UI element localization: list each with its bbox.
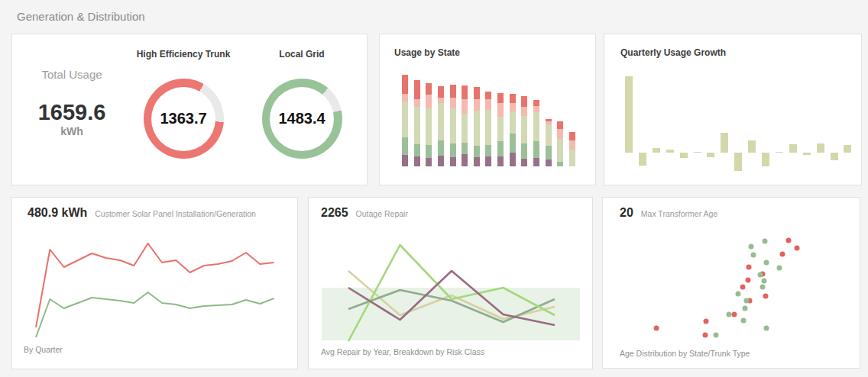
growth-bar[interactable]: [762, 153, 769, 166]
growth-bar[interactable]: [817, 143, 824, 153]
stacked-bar[interactable]: [485, 92, 491, 166]
total-usage-unit: kWh: [18, 125, 125, 137]
stacked-bar[interactable]: [546, 119, 552, 166]
scatter-point[interactable]: [763, 239, 768, 244]
total-usage-kpi: Total Usage 1659.6 kWh: [18, 68, 125, 137]
scatter-point[interactable]: [746, 278, 751, 283]
page-title: Generation & Distribution: [17, 10, 145, 23]
growth-bar[interactable]: [625, 76, 633, 153]
scatter-point[interactable]: [764, 260, 769, 266]
scatter-point[interactable]: [795, 246, 800, 251]
growth-bar[interactable]: [734, 153, 742, 171]
panel-solar-generation: 480.9 kWh Customer Solar Panel Installat…: [11, 197, 298, 369]
diverging-bar-chart[interactable]: [604, 34, 861, 185]
stacked-bar[interactable]: [569, 132, 575, 166]
growth-bar[interactable]: [721, 133, 728, 153]
scatter-point[interactable]: [714, 333, 719, 338]
stacked-bar[interactable]: [521, 96, 527, 166]
growth-bar[interactable]: [776, 152, 783, 153]
scatter-point[interactable]: [777, 266, 782, 271]
gauge-title: High Efficiency Trunk: [130, 49, 237, 60]
growth-bar[interactable]: [789, 144, 797, 153]
stacked-bar[interactable]: [414, 80, 420, 166]
scatter-point[interactable]: [758, 272, 763, 278]
growth-bar[interactable]: [831, 153, 838, 160]
scatter-point[interactable]: [740, 285, 746, 290]
growth-bar[interactable]: [680, 153, 688, 158]
scatter-point[interactable]: [751, 253, 756, 258]
stacked-bar[interactable]: [438, 86, 444, 166]
scatter-point[interactable]: [747, 265, 752, 270]
growth-bar[interactable]: [639, 153, 646, 166]
total-usage-label: Total Usage: [18, 68, 125, 81]
stacked-bar[interactable]: [510, 94, 516, 166]
scatter-point[interactable]: [744, 298, 750, 304]
scatter-point[interactable]: [762, 279, 767, 284]
panel-quarterly-usage-growth: Quarterly Usage Growth: [604, 34, 862, 185]
gauge-title: Local Grid: [248, 49, 355, 60]
scatter-point[interactable]: [749, 244, 754, 250]
stacked-bar[interactable]: [402, 75, 408, 166]
total-usage-value: 1659.6: [18, 101, 125, 124]
scatter-point[interactable]: [654, 326, 659, 331]
scatter-point[interactable]: [732, 312, 737, 317]
solar-line-chart[interactable]: [12, 198, 297, 369]
stacked-bar-chart[interactable]: [380, 34, 595, 185]
solar-footer: By Quarter: [24, 345, 63, 354]
growth-bar[interactable]: [694, 152, 701, 153]
stacked-bar[interactable]: [462, 85, 468, 166]
gauge-high-efficiency-trunk: High Efficiency Trunk 1363.7: [130, 49, 237, 159]
scatter-point[interactable]: [736, 292, 741, 297]
growth-bar[interactable]: [803, 153, 811, 155]
scatter-point[interactable]: [764, 326, 769, 331]
gauge-local-grid: Local Grid 1483.4: [248, 49, 355, 159]
scatter-point[interactable]: [760, 285, 766, 290]
stacked-bar[interactable]: [533, 100, 539, 166]
stacked-bar[interactable]: [450, 85, 456, 166]
scatter-point[interactable]: [727, 312, 732, 317]
growth-bar[interactable]: [844, 145, 851, 153]
outage-footer: Avg Repair by Year, Breakdown by Risk Cl…: [321, 347, 484, 356]
growth-bar[interactable]: [653, 148, 660, 153]
stacked-bar[interactable]: [557, 121, 563, 166]
panel-transformer-age: 20 Max Transformer Age Age Distribution …: [602, 197, 860, 369]
scatter-point[interactable]: [743, 306, 748, 311]
stacked-bar[interactable]: [497, 93, 504, 166]
panel-total-usage: Total Usage 1659.6 kWh High Efficiency T…: [11, 34, 368, 185]
scatter-point[interactable]: [704, 319, 709, 324]
stacked-bar[interactable]: [474, 87, 480, 166]
donut-chart-local-grid[interactable]: 1483.4: [262, 79, 342, 159]
dashboard: Generation & Distribution Total Usage 16…: [0, 0, 868, 377]
transformer-footer: Age Distribution by State/Trunk Type: [620, 349, 750, 358]
scatter-point[interactable]: [763, 294, 769, 299]
stacked-bar[interactable]: [426, 83, 432, 166]
growth-bar[interactable]: [748, 140, 756, 153]
panel-outage-repair: 2265 Outage Repair Avg Repair by Year, B…: [308, 197, 593, 369]
donut-value: 1363.7: [144, 79, 224, 159]
donut-chart-high-efficiency-trunk[interactable]: 1363.7: [144, 79, 224, 159]
scatter-point[interactable]: [780, 252, 785, 257]
panel-usage-by-state: Usage by State: [379, 34, 596, 185]
donut-value: 1483.4: [262, 79, 342, 159]
outage-line-chart[interactable]: [309, 198, 592, 369]
growth-bar[interactable]: [666, 150, 674, 153]
scatter-point[interactable]: [741, 318, 747, 324]
scatter-point[interactable]: [703, 333, 708, 338]
age-scatter-chart[interactable]: [603, 198, 860, 368]
growth-bar[interactable]: [707, 153, 714, 157]
scatter-point[interactable]: [786, 238, 792, 243]
